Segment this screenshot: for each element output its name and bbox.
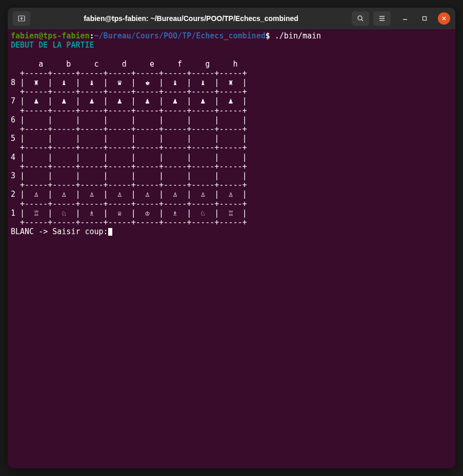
board-row-6: 6 | | | | | | | | | <box>11 115 247 125</box>
titlebar: fabien@tps-fabien: ~/Bureau/Cours/POO/TP… <box>8 8 455 29</box>
minimize-button[interactable] <box>399 12 411 25</box>
command-text: ./bin/main <box>275 31 321 40</box>
menu-button[interactable] <box>373 11 391 26</box>
board-divider: +-----+-----+-----+-----+-----+-----+---… <box>11 87 247 96</box>
svg-rect-9 <box>423 17 427 20</box>
board-divider: +-----+-----+-----+-----+-----+-----+---… <box>11 143 247 152</box>
input-prompt: BLANC -> Saisir coup: <box>11 227 108 236</box>
svg-line-4 <box>361 19 363 21</box>
new-tab-icon <box>17 14 26 23</box>
terminal-window: fabien@tps-fabien: ~/Bureau/Cours/POO/TP… <box>8 8 455 468</box>
prompt-sep2: $ <box>266 31 270 40</box>
board-divider: +-----+-----+-----+-----+-----+-----+---… <box>11 199 247 209</box>
board-divider: +-----+-----+-----+-----+-----+-----+---… <box>11 218 247 227</box>
search-icon <box>356 14 365 23</box>
board-row-8: 8 | ♜ | ♝ | ♝ | ♛ | ♚ | ♝ | ♝ | ♜ | <box>11 78 247 87</box>
board-divider: +-----+-----+-----+-----+-----+-----+---… <box>11 180 247 190</box>
maximize-icon <box>422 16 427 21</box>
minimize-icon <box>402 16 408 21</box>
terminal-content[interactable]: fabien@tps-fabien:~/Bureau/Cours/POO/TP/… <box>8 29 455 468</box>
board-divider: +-----+-----+-----+-----+-----+-----+---… <box>11 162 247 171</box>
board-row-7: 7 | ♟ | ♟ | ♟ | ♟ | ♟ | ♟ | ♟ | ♟ | <box>11 96 247 106</box>
board-divider: +-----+-----+-----+-----+-----+-----+---… <box>11 106 247 115</box>
game-start-message: DEBUT DE LA PARTIE <box>11 40 94 50</box>
maximize-button[interactable] <box>418 12 431 25</box>
hamburger-icon <box>378 14 386 23</box>
board-row-3: 3 | | | | | | | | | <box>11 171 247 180</box>
board-row-5: 5 | | | | | | | | | <box>11 134 247 143</box>
new-tab-button[interactable] <box>13 11 30 26</box>
board-divider: +-----+-----+-----+-----+-----+-----+---… <box>11 69 247 78</box>
svg-point-3 <box>358 16 362 20</box>
prompt-user: fabien@tps-fabien <box>11 31 90 40</box>
close-button[interactable] <box>438 12 450 25</box>
close-icon <box>441 16 447 21</box>
prompt-path: ~/Bureau/Cours/POO/TP/Echecs_combined <box>94 31 266 40</box>
board-header: a b c d e f g h <box>11 59 252 69</box>
prompt-sep1: : <box>90 31 94 40</box>
window-controls <box>399 12 450 25</box>
window-title: fabien@tps-fabien: ~/Bureau/Cours/POO/TP… <box>34 14 348 23</box>
board-row-4: 4 | | | | | | | | | <box>11 153 247 162</box>
board-row-1: 1 | ♖ | ♘ | ♗ | ♕ | ♔ | ♗ | ♘ | ♖ | <box>11 209 247 218</box>
cursor <box>108 228 112 236</box>
search-button[interactable] <box>352 11 369 26</box>
board-row-2: 2 | ♙ | ♙ | ♙ | ♙ | ♙ | ♙ | ♙ | ♙ | <box>11 190 247 199</box>
board-divider: +-----+-----+-----+-----+-----+-----+---… <box>11 125 247 134</box>
